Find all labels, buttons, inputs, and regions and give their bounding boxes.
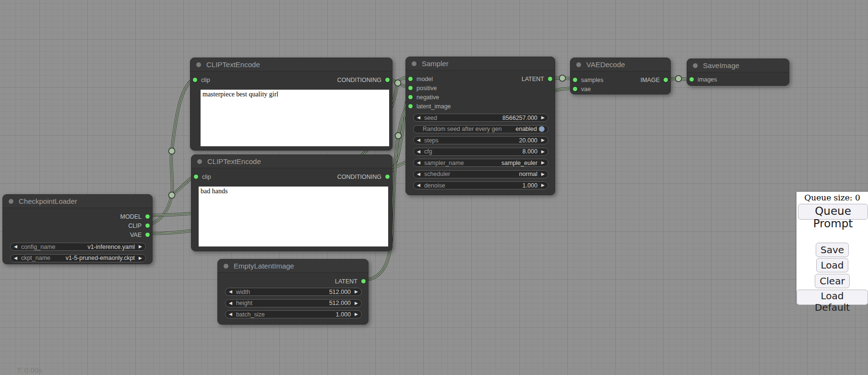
input-slot-latent-image[interactable] [408,104,413,108]
decrement-arrow-icon[interactable]: ◀ [229,312,232,316]
reroute-dot[interactable] [169,148,175,154]
reroute-dot[interactable] [395,133,402,139]
increment-arrow-icon[interactable]: ▶ [355,290,358,294]
output-slot-model[interactable] [145,214,150,219]
node-empty-latent-image[interactable]: EmptyLatentImage LATENT ◀ width 512.000 … [217,259,369,325]
decrement-arrow-icon[interactable]: ◀ [417,138,420,142]
widget-cfg[interactable]: ◀ cfg 8.000 ▶ [413,148,548,156]
decrement-arrow-icon[interactable]: ◀ [417,161,420,165]
slot-row: clip CONDITIONING [190,75,392,84]
widget-ckpt-name[interactable]: ◀ ckpt_name v1-5-pruned-emaonly.ckpt ▶ [10,254,146,262]
increment-arrow-icon[interactable]: ▶ [541,116,545,120]
widget-scheduler[interactable]: ◀ scheduler normal ▶ [413,170,548,178]
load-default-button[interactable]: Load Default [797,290,868,305]
decrement-arrow-icon[interactable]: ◀ [417,172,420,176]
input-slot-model[interactable] [408,77,413,81]
input-slot-images[interactable] [690,77,694,82]
decrement-arrow-icon[interactable]: ◀ [417,183,420,188]
widget-random-seed-toggle[interactable]: Random seed after every gen enabled [413,125,548,133]
reroute-dot[interactable] [559,75,566,82]
output-slot-vae[interactable] [145,233,150,237]
node-titlebar[interactable]: CheckpointLoader [3,195,152,208]
queue-size-label: Queue size: 0 [797,193,868,202]
input-label: negative [416,94,439,101]
widget-steps[interactable]: ◀ steps 20.000 ▶ [413,136,548,144]
collapse-dot-icon[interactable] [197,159,202,164]
increment-arrow-icon[interactable]: ▶ [355,312,358,316]
widget-width[interactable]: ◀ width 512.000 ▶ [225,288,362,296]
node-titlebar[interactable]: CLIPTextEncode [190,58,392,71]
negative-prompt-textarea[interactable]: bad hands [199,187,388,246]
output-slot-latent[interactable] [361,279,366,283]
input-label: model [416,76,433,82]
collapse-dot-icon[interactable] [224,264,228,269]
widget-sampler-name[interactable]: ◀ sampler_name sample_euler ▶ [413,159,548,167]
input-slot-vae[interactable] [573,87,577,91]
widget-denoise[interactable]: ◀ denoise 1.000 ▶ [413,181,548,189]
decrement-arrow-icon[interactable]: ◀ [417,150,420,154]
widget-height[interactable]: ◀ height 512.000 ▶ [225,299,362,307]
node-save-image[interactable]: SaveImage images [687,59,789,86]
widget-config-name[interactable]: ◀ config_name v1-inference.yaml ▶ [10,243,146,251]
reroute-dot[interactable] [395,80,401,86]
decrement-arrow-icon[interactable]: ◀ [229,301,232,305]
decrement-arrow-icon[interactable]: ◀ [14,256,17,260]
decrement-arrow-icon[interactable]: ◀ [417,116,420,120]
increment-arrow-icon[interactable]: ▶ [541,138,545,142]
widget-label: cfg [424,148,432,155]
node-titlebar[interactable]: Sampler [406,57,555,70]
clear-button[interactable]: Clear [815,274,849,288]
node-titlebar[interactable]: SaveImage [687,59,789,72]
widget-value: 8.000 [523,148,537,155]
increment-arrow-icon[interactable]: ▶ [355,301,358,305]
increment-arrow-icon[interactable]: ▶ [139,256,142,260]
increment-arrow-icon[interactable]: ▶ [541,183,545,188]
collapse-dot-icon[interactable] [412,61,416,66]
reroute-dot[interactable] [676,76,682,82]
node-vae-decode[interactable]: VAEDecode samples IMAGE vae [570,58,671,94]
widget-value: normal [519,171,537,177]
reroute-dot[interactable] [169,192,175,199]
increment-arrow-icon[interactable]: ▶ [139,245,142,249]
load-button[interactable]: Load [816,258,849,272]
widget-seed[interactable]: ◀ seed 8566257.000 ▶ [413,114,548,122]
input-slot-clip[interactable] [194,175,198,179]
widget-value: enabled [516,126,537,132]
positive-prompt-textarea[interactable]: masterpiece best quality girl [201,90,389,146]
widget-batch-size[interactable]: ◀ batch_size 1.000 ▶ [225,310,362,318]
node-titlebar[interactable]: CLIPTextEncode [191,155,392,168]
output-slot-conditioning[interactable] [385,78,390,82]
node-clip-text-encode-positive[interactable]: CLIPTextEncode clip CONDITIONING masterp… [190,58,392,151]
widget-value: sample_euler [501,160,537,166]
input-label: clip [202,174,211,180]
input-slot-samples[interactable] [573,78,577,82]
menu-spacer [797,220,868,241]
decrement-arrow-icon[interactable]: ◀ [14,245,17,249]
increment-arrow-icon[interactable]: ▶ [541,172,545,176]
input-slot-negative[interactable] [408,95,413,99]
increment-arrow-icon[interactable]: ▶ [541,150,545,154]
input-slot-clip[interactable] [193,78,197,82]
collapse-dot-icon[interactable] [9,199,13,204]
toggle-circle-icon[interactable] [539,126,545,132]
node-title: EmptyLatentImage [234,262,294,270]
node-canvas[interactable]: CheckpointLoader MODEL CLIP VAE ◀ config… [0,0,868,375]
output-slot-clip[interactable] [145,223,150,228]
decrement-arrow-icon[interactable]: ◀ [229,290,232,294]
input-slot-positive[interactable] [408,86,413,90]
save-button[interactable]: Save [816,243,849,257]
input-label: images [698,76,717,83]
node-sampler[interactable]: Sampler model LATENT positive negative l… [405,57,555,195]
output-slot-image[interactable] [664,78,668,82]
node-clip-text-encode-negative[interactable]: CLIPTextEncode clip CONDITIONING bad han… [191,154,392,251]
collapse-dot-icon[interactable] [576,62,581,67]
output-slot-latent[interactable] [548,77,552,81]
queue-prompt-button[interactable]: Queue Prompt [798,204,868,220]
output-slot-conditioning[interactable] [385,175,390,179]
node-titlebar[interactable]: EmptyLatentImage [218,259,368,273]
collapse-dot-icon[interactable] [196,62,201,67]
node-titlebar[interactable]: VAEDecode [571,58,670,71]
increment-arrow-icon[interactable]: ▶ [541,161,545,165]
node-checkpoint-loader[interactable]: CheckpointLoader MODEL CLIP VAE ◀ config… [2,194,153,264]
collapse-dot-icon[interactable] [693,63,698,68]
